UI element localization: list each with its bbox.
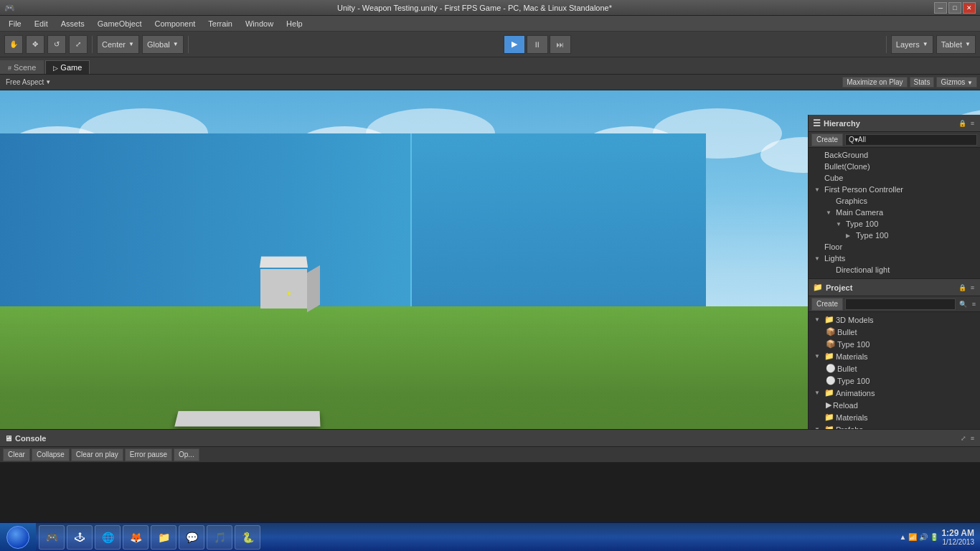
project-item-bullet-mat[interactable]: ⚪ Bullet bbox=[809, 362, 980, 375]
hierarchy-create-button[interactable]: Create bbox=[811, 133, 843, 146]
hierarchy-label-cube: Cube bbox=[824, 174, 843, 182]
minimize-button[interactable]: ─ bbox=[934, 2, 947, 14]
tool-scale[interactable]: ⤢ bbox=[69, 35, 88, 54]
aspect-arrow-icon: ▼ bbox=[45, 79, 51, 85]
tool-rotate[interactable]: ↺ bbox=[47, 35, 66, 54]
hierarchy-item-maincamera[interactable]: ▼ Main Camera bbox=[809, 207, 980, 218]
project-icon-3dmodels: 📁 bbox=[824, 315, 834, 324]
pause-button[interactable]: ⏸ bbox=[527, 35, 548, 54]
console-collapse-button[interactable]: Collapse bbox=[32, 448, 70, 461]
console-clear-on-play-button[interactable]: Clear on play bbox=[71, 448, 123, 461]
hierarchy-label-floor: Floor bbox=[824, 242, 842, 251]
hierarchy-menu-button[interactable]: ≡ bbox=[969, 120, 976, 127]
project-item-animations[interactable]: ▼ 📁 Animations bbox=[809, 387, 980, 399]
global-label: Global bbox=[147, 40, 170, 49]
project-search-button[interactable]: 🔍 bbox=[958, 301, 969, 308]
tool-move[interactable]: ✥ bbox=[26, 35, 44, 54]
tree-arrow-maincamera: ▼ bbox=[826, 209, 833, 216]
gizmos-button[interactable]: Gizmos ▼ bbox=[936, 77, 977, 88]
hierarchy-item-dirlight[interactable]: Directional light bbox=[809, 264, 980, 276]
global-arrow-icon: ▼ bbox=[173, 41, 179, 47]
aspect-dropdown[interactable]: Free Aspect ▼ bbox=[3, 78, 54, 86]
project-header: 📁 Project 🔒 ≡ bbox=[809, 279, 980, 296]
hierarchy-label-maincamera: Main Camera bbox=[836, 208, 883, 217]
project-item-type100-1[interactable]: 📦 Type 100 bbox=[809, 338, 980, 350]
taskbar-app-ie[interactable]: 🌐 bbox=[95, 525, 121, 550]
menu-edit[interactable]: Edit bbox=[29, 18, 54, 29]
project-item-reload[interactable]: ▶ Reload bbox=[809, 399, 980, 411]
project-create-button[interactable]: Create bbox=[811, 298, 843, 311]
stats-button[interactable]: Stats bbox=[910, 77, 935, 88]
project-item-bullet1[interactable]: 📦 Bullet bbox=[809, 326, 980, 338]
hierarchy-item-cube[interactable]: Cube bbox=[809, 172, 980, 184]
menu-help[interactable]: Help bbox=[281, 18, 308, 29]
taskbar-app-firefox[interactable]: 🦊 bbox=[123, 525, 149, 550]
tree-arrow-lights: ▼ bbox=[814, 255, 821, 262]
console-menu-button[interactable]: ≡ bbox=[969, 435, 976, 442]
taskbar-app-unity[interactable]: 🎮 bbox=[39, 525, 65, 550]
hierarchy-item-lights[interactable]: ▼ Lights bbox=[809, 253, 980, 264]
project-item-3dmodels[interactable]: ▼ 📁 3D Models bbox=[809, 314, 980, 326]
taskbar-app-python[interactable]: 🐍 bbox=[235, 525, 260, 550]
taskbar-app-unity2[interactable]: 🕹 bbox=[67, 525, 93, 550]
close-button[interactable]: ✕ bbox=[963, 2, 976, 14]
hierarchy-item-type100-1[interactable]: ▼ Type 100 bbox=[809, 218, 980, 230]
hierarchy-search-input[interactable] bbox=[845, 134, 977, 146]
taskbar-clock[interactable]: 1:29 AM 1/12/2013 bbox=[941, 528, 974, 546]
hierarchy-label-graphics: Graphics bbox=[836, 197, 867, 205]
menu-terrain[interactable]: Terrain bbox=[202, 18, 238, 29]
taskbar-app-explorer[interactable]: 📁 bbox=[151, 525, 176, 550]
layers-dropdown[interactable]: Layers ▼ bbox=[891, 35, 933, 54]
project-item-type100-mat[interactable]: ⚪ Type 100 bbox=[809, 375, 980, 387]
toolbar-separator-1 bbox=[92, 36, 93, 53]
taskbar-app-skype[interactable]: 💬 bbox=[179, 525, 204, 550]
game-cube bbox=[255, 255, 312, 309]
hierarchy-item-bullet-clone[interactable]: Bullet(Clone) bbox=[809, 161, 980, 172]
hierarchy-item-fpc[interactable]: ▼ First Person Controller bbox=[809, 184, 980, 195]
tab-scene[interactable]: # Scene bbox=[0, 60, 44, 74]
tray-volume-icon[interactable]: 🔊 bbox=[919, 533, 928, 541]
project-search-input[interactable] bbox=[845, 298, 956, 310]
global-dropdown[interactable]: Global ▼ bbox=[142, 35, 184, 54]
unity-icon: 🎮 bbox=[4, 3, 15, 13]
window-title: Unity - Weapon Testing.unity - First FPS… bbox=[15, 4, 934, 12]
layout-dropdown[interactable]: Tablet ▼ bbox=[936, 35, 976, 54]
hierarchy-lock-button[interactable]: 🔒 bbox=[957, 120, 968, 127]
console-maximize-button[interactable]: ⤢ bbox=[959, 435, 968, 442]
tray-arrow-icon[interactable]: ▲ bbox=[900, 533, 907, 541]
maximize-on-play-button[interactable]: Maximize on Play bbox=[842, 77, 907, 88]
hierarchy-item-background[interactable]: BackGround bbox=[809, 149, 980, 161]
project-label-bulletmat: Bullet bbox=[837, 364, 857, 373]
console-panel: 🖥 Console ⤢ ≡ Clear Collapse Clear on pl… bbox=[0, 429, 980, 522]
console-actions: ⤢ ≡ bbox=[959, 435, 976, 442]
game-toolbar: Free Aspect ▼ Maximize on Play Stats Giz… bbox=[0, 75, 980, 90]
play-button[interactable]: ▶ bbox=[504, 35, 525, 54]
step-button[interactable]: ⏭ bbox=[550, 35, 571, 54]
maximize-button[interactable]: □ bbox=[948, 2, 961, 14]
project-item-materials[interactable]: ▼ 📁 Materials bbox=[809, 350, 980, 362]
taskbar-start-button[interactable] bbox=[0, 523, 36, 552]
menu-assets[interactable]: Assets bbox=[55, 18, 90, 29]
project-lock-button[interactable]: 🔒 bbox=[957, 284, 968, 291]
project-menu-button[interactable]: ≡ bbox=[969, 284, 976, 291]
menu-component[interactable]: Component bbox=[149, 18, 201, 29]
project-sort-button[interactable]: ≡ bbox=[971, 301, 977, 308]
gizmos-label: Gizmos bbox=[941, 78, 965, 86]
hierarchy-item-type100-2[interactable]: ▶ Type 100 bbox=[809, 230, 980, 241]
console-open-button[interactable]: Op... bbox=[174, 448, 199, 461]
taskbar-app-spotify[interactable]: 🎵 bbox=[207, 525, 232, 550]
taskbar: 🎮 🕹 🌐 🦊 📁 💬 🎵 🐍 ▲ 📶 🔊 🔋 1:29 AM 1/12/201… bbox=[0, 522, 980, 551]
menu-gameobject[interactable]: GameObject bbox=[92, 18, 148, 29]
free-aspect-label: Free Aspect bbox=[6, 78, 44, 86]
console-error-pause-button[interactable]: Error pause bbox=[125, 448, 172, 461]
pivot-dropdown[interactable]: Center ▼ bbox=[97, 35, 139, 54]
project-item-materials2[interactable]: 📁 Materials bbox=[809, 411, 980, 423]
tool-hand[interactable]: ✋ bbox=[4, 35, 23, 54]
menu-window[interactable]: Window bbox=[240, 18, 279, 29]
hierarchy-item-graphics[interactable]: Graphics bbox=[809, 195, 980, 207]
menu-file[interactable]: File bbox=[3, 18, 27, 29]
hierarchy-item-floor[interactable]: Floor bbox=[809, 241, 980, 253]
console-clear-button[interactable]: Clear bbox=[3, 448, 30, 461]
tab-game[interactable]: ▷ Game bbox=[45, 60, 90, 74]
console-icon: 🖥 bbox=[4, 434, 12, 443]
